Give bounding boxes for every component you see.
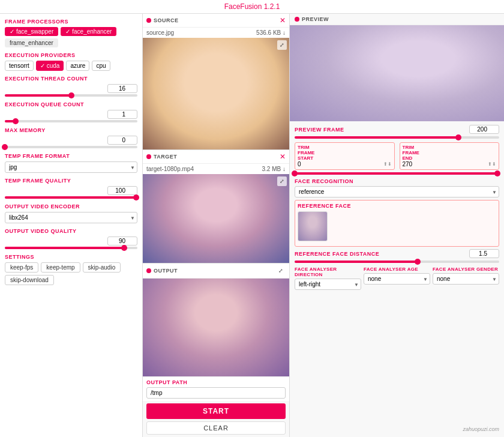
chip-face-swapper[interactable]: ✓ face_swapper bbox=[5, 27, 58, 36]
ref-distance-input[interactable] bbox=[469, 249, 499, 258]
face-recognition-label: FACE RECOGNITION bbox=[295, 178, 499, 184]
output-encoder-label: OUTPUT VIDEO ENCODER bbox=[5, 203, 137, 209]
reference-face-image bbox=[298, 211, 328, 241]
ref-distance-slider-thumb[interactable] bbox=[415, 259, 421, 265]
app-container: FaceFusion 1.2.1 FRAME PROCESSORS ✓ face… bbox=[0, 0, 504, 437]
chip-face-enhancer[interactable]: ✓ face_enhancer bbox=[61, 27, 116, 36]
source-header: SOURCE ✕ bbox=[143, 14, 289, 28]
provider-cuda[interactable]: ✓ cuda bbox=[36, 61, 64, 71]
trim-end-label: TRIMFRAMEEND bbox=[403, 145, 497, 161]
trim-end-spin[interactable]: ⬆⬇ bbox=[488, 161, 496, 167]
preview-title: PREVIEW bbox=[302, 16, 329, 22]
providers-row: tensorrt ✓ cuda azure cpu bbox=[5, 61, 137, 71]
temp-quality-slider-thumb[interactable] bbox=[133, 194, 139, 200]
right-panel: PREVIEW PREVIEW FRAME TRIMFRAME bbox=[290, 14, 504, 437]
clear-button[interactable]: CLEAR bbox=[146, 421, 286, 435]
output-expand-btn[interactable]: ⤢ bbox=[276, 266, 286, 276]
output-quality-row bbox=[5, 237, 137, 246]
preview-image-content bbox=[290, 25, 504, 121]
trim-start-input[interactable] bbox=[298, 161, 322, 167]
source-image-content bbox=[143, 38, 289, 149]
output-encoder-select[interactable]: libx264 libx265 bbox=[5, 212, 137, 223]
max-memory-input[interactable] bbox=[107, 136, 137, 145]
chip-label: face_enhancer bbox=[72, 28, 112, 35]
analyser-direction-select[interactable]: left-right top-bottom bbox=[295, 279, 361, 290]
output-path-input[interactable] bbox=[146, 387, 286, 399]
chip-frame-enhancer[interactable]: frame_enhancer bbox=[5, 38, 58, 47]
output-title: OUTPUT bbox=[154, 268, 178, 274]
preview-frame-slider-thumb[interactable] bbox=[455, 134, 461, 140]
trim-row: TRIMFRAMESTART ⬆⬇ TRIMFRAMEEND ⬆⬇ bbox=[295, 142, 499, 170]
output-title-row: OUTPUT bbox=[146, 268, 178, 274]
exec-thread-label: EXECUTION THREAD COUNT bbox=[5, 76, 137, 82]
frame-processors-chips: ✓ face_swapper ✓ face_enhancer bbox=[5, 27, 137, 36]
face-recognition-select[interactable]: reference many bbox=[295, 186, 499, 197]
exec-queue-slider-thumb[interactable] bbox=[13, 118, 19, 124]
temp-quality-input[interactable] bbox=[107, 186, 137, 195]
target-title-row: TARGET bbox=[146, 154, 177, 160]
exec-thread-input[interactable] bbox=[107, 84, 137, 93]
output-section: OUTPUT ⤢ bbox=[143, 263, 289, 376]
max-memory-slider-thumb[interactable] bbox=[2, 144, 8, 150]
exec-thread-slider-fill bbox=[5, 94, 71, 97]
exec-queue-slider-track bbox=[5, 120, 137, 122]
trim-start-thumb[interactable] bbox=[292, 170, 298, 176]
target-filesize: 3.2 MB ↓ bbox=[262, 166, 286, 172]
preview-frame-label: PREVIEW FRAME bbox=[295, 127, 344, 133]
temp-format-select[interactable]: jpg png bbox=[5, 161, 137, 173]
provider-tensorrt[interactable]: tensorrt bbox=[5, 61, 34, 71]
analyser-age-select[interactable]: none young old bbox=[364, 273, 430, 285]
source-filename: source.jpg bbox=[146, 29, 174, 36]
output-encoder-select-wrap: libx264 libx265 ▼ bbox=[5, 212, 137, 223]
source-close-icon[interactable]: ✕ bbox=[280, 16, 286, 25]
start-button[interactable]: START bbox=[146, 403, 286, 419]
analyser-direction-label: FACE ANALYSER DIRECTION bbox=[295, 267, 361, 277]
output-quality-input[interactable] bbox=[107, 237, 137, 246]
temp-format-label: TEMP FRAME FORMAT bbox=[5, 153, 137, 159]
check-icon: ✓ bbox=[65, 28, 70, 35]
source-title: SOURCE bbox=[154, 17, 179, 23]
settings-skip-download[interactable]: skip-download bbox=[5, 275, 54, 285]
target-image-content bbox=[143, 174, 289, 263]
settings-skip-audio[interactable]: skip-audio bbox=[83, 262, 121, 273]
target-header: TARGET ✕ bbox=[143, 150, 289, 164]
analyser-direction-select-wrap: left-right top-bottom ▼ bbox=[295, 279, 361, 290]
target-section: TARGET ✕ target-1080p.mp4 3.2 MB ↓ ⤢ bbox=[143, 149, 289, 263]
analyser-gender-label: FACE ANALYSER GENDER bbox=[433, 267, 499, 272]
output-image-content bbox=[143, 279, 289, 376]
analyser-gender-select[interactable]: none male female bbox=[433, 273, 499, 285]
output-dot bbox=[146, 268, 151, 273]
preview-frame-input[interactable] bbox=[469, 125, 499, 134]
analyser-direction-col: FACE ANALYSER DIRECTION left-right top-b… bbox=[295, 267, 361, 292]
exec-thread-slider-thumb[interactable] bbox=[68, 92, 74, 98]
source-expand-btn[interactable]: ⤢ bbox=[277, 40, 287, 50]
provider-azure[interactable]: azure bbox=[66, 61, 89, 71]
trim-end-thumb[interactable] bbox=[494, 170, 500, 176]
preview-frame-row: PREVIEW FRAME bbox=[295, 125, 499, 134]
ref-distance-row: REFERENCE FACE DISTANCE bbox=[295, 249, 499, 258]
target-dot bbox=[146, 154, 151, 159]
settings-keep-temp[interactable]: keep-temp bbox=[41, 262, 80, 273]
output-quality-slider-thumb[interactable] bbox=[121, 245, 127, 251]
trim-start-spin[interactable]: ⬆⬇ bbox=[383, 161, 392, 167]
ref-distance-label: REFERENCE FACE DISTANCE bbox=[295, 251, 379, 257]
source-filesize: 536.6 KB ↓ bbox=[256, 29, 286, 36]
trim-end-box: TRIMFRAMEEND ⬆⬇ bbox=[400, 142, 500, 170]
target-expand-btn[interactable]: ⤢ bbox=[277, 176, 287, 186]
target-close-icon[interactable]: ✕ bbox=[280, 152, 286, 161]
provider-cpu[interactable]: cpu bbox=[92, 61, 110, 71]
middle-panel: SOURCE ✕ source.jpg 536.6 KB ↓ ⤢ bbox=[143, 14, 290, 437]
analyser-age-select-wrap: none young old ▼ bbox=[364, 273, 430, 285]
preview-frame-slider-fill bbox=[295, 136, 458, 139]
title-bar: FaceFusion 1.2.1 bbox=[0, 0, 504, 14]
app-title: FaceFusion 1.2.1 bbox=[224, 2, 280, 11]
exec-queue-input[interactable] bbox=[107, 110, 137, 119]
max-memory-row bbox=[5, 136, 137, 145]
trim-end-input[interactable] bbox=[403, 161, 427, 167]
chip-label: face_swapper bbox=[16, 28, 53, 35]
trim-start-val-row: ⬆⬇ bbox=[298, 161, 392, 167]
watermark: zahuopuzi.com bbox=[463, 426, 499, 432]
max-memory-label: MAX MEMORY bbox=[5, 127, 137, 133]
settings-keep-fps[interactable]: keep-fps bbox=[5, 262, 38, 273]
source-image: ⤢ bbox=[143, 38, 289, 149]
